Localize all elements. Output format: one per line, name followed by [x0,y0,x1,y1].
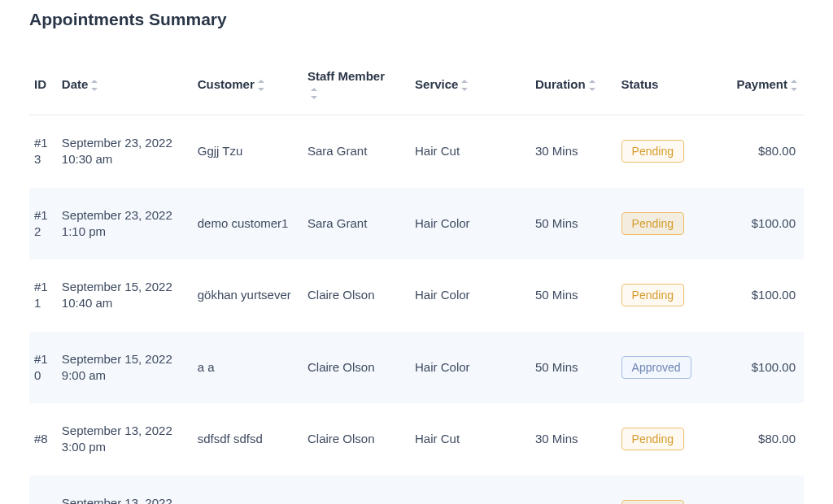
cell-id: #7 [29,476,57,505]
status-badge: Pending [621,140,684,163]
cell-date: September 23, 2022 10:30 am [57,115,193,188]
cell-status: Pending [617,259,711,332]
cell-payment: $100.00 [711,188,804,260]
table-row[interactable]: #13September 23, 2022 10:30 amGgjj TzuSa… [29,115,804,188]
cell-duration: 50 Mins [530,188,617,260]
col-header-date[interactable]: Date [57,59,193,115]
cell-date: September 23, 2022 1:10 pm [57,188,193,260]
cell-status: Pending [617,403,711,476]
cell-id: #8 [29,403,57,476]
status-badge: Approved [621,356,691,379]
sort-icon[interactable] [311,88,319,99]
cell-service: Hair Color [410,476,530,505]
cell-payment: $100.00 [711,476,804,505]
cell-customer: zzz zzzzz [193,476,303,505]
table-row[interactable]: #8September 13, 2022 3:00 pmsdfsdf sdfsd… [29,403,804,476]
cell-staff: Claire Olson [303,476,410,505]
status-badge: Pending [621,284,684,306]
cell-customer: a a [193,332,303,404]
status-badge: Pending [621,500,684,504]
cell-status: Pending [617,115,711,188]
col-header-id[interactable]: ID [29,59,57,115]
cell-duration: 50 Mins [530,476,617,505]
cell-duration: 50 Mins [530,259,617,332]
col-header-service[interactable]: Service [410,59,530,115]
cell-date: September 15, 2022 9:00 am [57,332,193,404]
cell-date: September 13, 2022 3:00 pm [57,403,193,476]
cell-staff: Sara Grant [303,188,410,260]
col-header-customer[interactable]: Customer [193,59,303,115]
page-title: Appointments Summary [29,10,804,29]
table-row[interactable]: #11September 15, 2022 10:40 amgökhan yur… [29,259,804,332]
cell-staff: Sara Grant [303,115,410,188]
cell-duration: 30 Mins [530,403,617,476]
cell-staff: Claire Olson [303,332,410,404]
cell-status: Approved [617,332,711,404]
table-header-row: ID Date Customer Staff Member Service Du… [29,59,804,115]
cell-customer: demo customer1 [193,188,303,260]
cell-id: #13 [29,115,57,188]
sort-icon[interactable] [791,80,799,91]
status-badge: Pending [621,212,684,235]
sort-icon[interactable] [91,80,99,91]
cell-service: Hair Color [410,188,530,260]
cell-date: September 13, 2022 2:00 pm [57,476,193,505]
cell-payment: $100.00 [711,259,804,332]
cell-staff: Claire Olson [303,259,410,332]
cell-customer: gökhan yurtsever [193,259,303,332]
cell-id: #12 [29,188,57,260]
cell-id: #10 [29,332,57,404]
table-body: #13September 23, 2022 10:30 amGgjj TzuSa… [29,115,804,505]
col-header-status[interactable]: Status [617,59,711,115]
table-row[interactable]: #7September 13, 2022 2:00 pmzzz zzzzzCla… [29,476,804,505]
sort-icon[interactable] [258,80,266,91]
cell-duration: 30 Mins [530,115,617,188]
cell-date: September 15, 2022 10:40 am [57,259,193,332]
cell-duration: 50 Mins [530,332,617,404]
cell-customer: sdfsdf sdfsd [193,403,303,476]
col-header-payment[interactable]: Payment [711,59,804,115]
cell-id: #11 [29,259,57,332]
cell-payment: $100.00 [711,332,804,404]
appointments-table: ID Date Customer Staff Member Service Du… [29,59,804,504]
col-header-staff[interactable]: Staff Member [303,59,410,115]
table-row[interactable]: #10September 15, 2022 9:00 ama aClaire O… [29,332,804,404]
sort-icon[interactable] [461,80,469,91]
cell-service: Hair Color [410,259,530,332]
cell-payment: $80.00 [711,403,804,476]
cell-customer: Ggjj Tzu [193,115,303,188]
cell-payment: $80.00 [711,115,804,188]
status-badge: Pending [621,428,684,450]
table-row[interactable]: #12September 23, 2022 1:10 pmdemo custom… [29,188,804,260]
cell-status: Pending [617,188,711,260]
cell-service: Hair Cut [410,403,530,476]
col-header-duration[interactable]: Duration [530,59,617,115]
cell-service: Hair Color [410,332,530,404]
cell-status: Pending [617,476,711,505]
sort-icon[interactable] [589,80,597,91]
cell-service: Hair Cut [410,115,530,188]
cell-staff: Claire Olson [303,403,410,476]
